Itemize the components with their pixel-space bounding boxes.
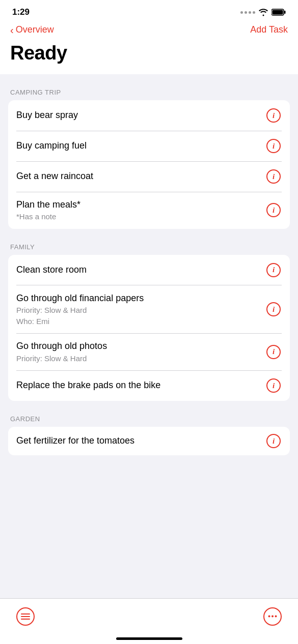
battery-icon	[272, 9, 286, 16]
task-row-plan-meals[interactable]: Plan the meals**Has a notei	[8, 192, 290, 229]
task-subtitle-plan-meals: *Has a note	[16, 212, 259, 222]
add-task-button[interactable]: Add Task	[250, 24, 288, 35]
info-button-get-raincoat[interactable]: i	[265, 168, 282, 185]
section-header-camping-trip: CAMPING TRIP	[0, 89, 298, 100]
info-button-buy-camping-fuel[interactable]: i	[265, 138, 282, 154]
svg-rect-1	[284, 11, 286, 14]
task-text-get-raincoat: Get a new raincoat	[16, 170, 265, 182]
back-chevron-icon: ‹	[10, 25, 14, 35]
info-icon-plan-meals: i	[266, 203, 281, 217]
info-icon-buy-bear-spray: i	[266, 108, 281, 123]
section-garden: GARDENGet fertilizer for the tomatoesi	[0, 415, 298, 455]
task-text-plan-meals: Plan the meals**Has a note	[16, 199, 265, 222]
task-text-financial-papers: Go through old financial papersPriority:…	[16, 292, 265, 326]
info-icon-clean-store-room: i	[266, 263, 281, 277]
task-title-old-photos: Go through old photos	[16, 340, 259, 352]
menu-icon	[16, 607, 35, 626]
task-row-buy-camping-fuel[interactable]: Buy camping fueli	[8, 131, 290, 161]
task-text-fertilizer: Get fertilizer for the tomatoes	[16, 435, 265, 447]
more-icon	[263, 607, 282, 626]
task-row-fertilizer[interactable]: Get fertilizer for the tomatoesi	[8, 427, 290, 455]
card-garden: Get fertilizer for the tomatoesi	[8, 427, 290, 455]
back-button[interactable]: ‹ Overview	[10, 24, 54, 35]
signal-icon	[240, 11, 255, 14]
info-button-brake-pads[interactable]: i	[265, 377, 282, 394]
page-title: Ready	[10, 42, 288, 64]
task-subtitle2-financial-papers: Who: Emi	[16, 316, 259, 327]
info-button-plan-meals[interactable]: i	[265, 202, 282, 218]
task-row-get-raincoat[interactable]: Get a new raincoati	[8, 161, 290, 192]
info-icon-buy-camping-fuel: i	[266, 139, 281, 153]
section-header-garden: GARDEN	[0, 415, 298, 427]
home-indicator	[116, 637, 182, 640]
info-button-old-photos[interactable]: i	[265, 344, 282, 360]
card-family: Clean store roomiGo through old financia…	[8, 255, 290, 401]
task-subtitle-old-photos: Priority: Slow & Hard	[16, 354, 259, 364]
task-text-buy-bear-spray: Buy bear spray	[16, 109, 265, 121]
content: CAMPING TRIPBuy bear sprayiBuy camping f…	[0, 89, 298, 506]
task-text-old-photos: Go through old photosPriority: Slow & Ha…	[16, 340, 265, 363]
task-subtitle-financial-papers: Priority: Slow & Hard	[16, 305, 259, 315]
task-row-clean-store-room[interactable]: Clean store roomi	[8, 255, 290, 285]
info-icon-financial-papers: i	[266, 302, 281, 316]
info-button-buy-bear-spray[interactable]: i	[265, 107, 282, 124]
task-title-buy-camping-fuel: Buy camping fuel	[16, 140, 259, 152]
task-row-brake-pads[interactable]: Replace the brake pads on the bikei	[8, 370, 290, 401]
section-header-family: FAMILY	[0, 243, 298, 255]
status-icons	[240, 8, 286, 16]
wifi-icon	[258, 8, 268, 16]
task-title-buy-bear-spray: Buy bear spray	[16, 109, 259, 121]
info-button-clean-store-room[interactable]: i	[265, 262, 282, 278]
task-row-old-photos[interactable]: Go through old photosPriority: Slow & Ha…	[8, 333, 290, 370]
section-camping-trip: CAMPING TRIPBuy bear sprayiBuy camping f…	[0, 89, 298, 229]
nav-bar: ‹ Overview Add Task	[0, 20, 298, 40]
task-row-buy-bear-spray[interactable]: Buy bear sprayi	[8, 100, 290, 131]
task-text-brake-pads: Replace the brake pads on the bike	[16, 379, 265, 391]
section-family: FAMILYClean store roomiGo through old fi…	[0, 243, 298, 401]
task-text-clean-store-room: Clean store room	[16, 264, 265, 276]
page-title-section: Ready	[0, 40, 298, 74]
back-label: Overview	[16, 24, 54, 35]
svg-point-8	[275, 616, 277, 618]
status-bar: 1:29	[0, 0, 298, 20]
svg-point-6	[268, 616, 270, 618]
info-icon-brake-pads: i	[266, 378, 281, 393]
task-title-clean-store-room: Clean store room	[16, 264, 259, 276]
info-button-financial-papers[interactable]: i	[265, 301, 282, 317]
task-title-financial-papers: Go through old financial papers	[16, 292, 259, 304]
task-text-buy-camping-fuel: Buy camping fuel	[16, 140, 265, 152]
info-icon-fertilizer: i	[266, 434, 281, 448]
card-camping-trip: Buy bear sprayiBuy camping fueliGet a ne…	[8, 100, 290, 229]
task-title-plan-meals: Plan the meals*	[16, 199, 259, 211]
svg-rect-2	[273, 10, 283, 15]
task-title-get-raincoat: Get a new raincoat	[16, 170, 259, 182]
info-button-fertilizer[interactable]: i	[265, 433, 282, 449]
more-button[interactable]	[262, 606, 283, 627]
task-title-fertilizer: Get fertilizer for the tomatoes	[16, 435, 259, 447]
status-time: 1:29	[12, 7, 30, 17]
menu-button[interactable]	[15, 606, 36, 627]
task-title-brake-pads: Replace the brake pads on the bike	[16, 379, 259, 391]
task-row-financial-papers[interactable]: Go through old financial papersPriority:…	[8, 285, 290, 333]
info-icon-get-raincoat: i	[266, 169, 281, 184]
svg-point-7	[272, 616, 274, 618]
info-icon-old-photos: i	[266, 345, 281, 359]
